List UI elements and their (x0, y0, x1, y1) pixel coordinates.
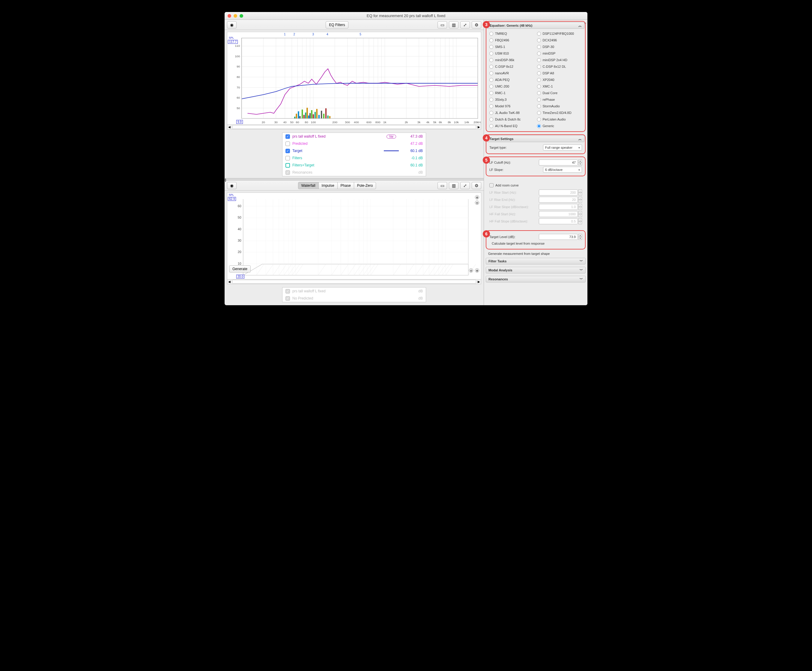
equaliser-radio-c-dsp-8x12[interactable]: C-DSP 8x12 (489, 63, 535, 70)
equaliser-radio-stormaudio[interactable]: StormAudio (537, 103, 582, 109)
equaliser-radio-dsp1124p-fbq1000[interactable]: DSP1124P/FBQ1000 (537, 31, 582, 37)
equaliser-header[interactable]: Equaliser: Generic (48 kHz) ︽ (487, 22, 584, 29)
equaliser-radio-3sixty-3[interactable]: 3Sixty.3 (489, 97, 535, 102)
room-curve-stepper[interactable]: ▲▼ (579, 204, 582, 210)
equaliser-radio-group: TMREQDSP1124P/FBQ1000FBQ2496DCX2496SMS-1… (489, 31, 582, 129)
zoom-out-y[interactable]: ⊖ (475, 201, 479, 205)
modal-analysis-header[interactable]: Modal Analysis︾ (486, 267, 586, 273)
room-curve-stepper[interactable]: ▲▼ (579, 189, 582, 196)
view-mode-pole-zero[interactable]: Pole-Zero (354, 182, 376, 189)
equaliser-radio-xp2040[interactable]: XP2040 (537, 77, 582, 83)
room-curve-input[interactable]: 20 (539, 197, 578, 203)
scroll-right-icon[interactable]: ▶ (477, 279, 481, 284)
settings-button-2[interactable]: ⚙ (472, 182, 481, 189)
y-value-box-2[interactable]: 62.9 (228, 197, 236, 201)
generate-measurement-link[interactable]: Generate measurement from target shape (486, 250, 586, 257)
view-screen-button[interactable]: ▭ (437, 21, 447, 29)
room-curve-input[interactable]: 1.0 (539, 204, 578, 210)
lower-waterfall-chart[interactable]: SPL 62.9 20.0 ⊕ ⊖ ⊖ ⊕ Generate 102030405… (227, 192, 481, 279)
add-room-curve-checkbox[interactable] (489, 183, 494, 187)
equaliser-radio-c-dsp-8x12-dl[interactable]: C-DSP 8x12 DL (537, 63, 582, 70)
equaliser-radio-minidsp-2x4-hd[interactable]: miniDSP 2x4 HD (537, 57, 582, 63)
legend-checkbox[interactable]: ✓ (286, 296, 290, 301)
equaliser-radio-dsp-a8[interactable]: DSP A8 (537, 70, 582, 76)
settings-button[interactable]: ⚙ (472, 21, 481, 29)
pane-splitter[interactable] (225, 178, 483, 181)
y-value-box[interactable]: 117.7 (228, 40, 238, 44)
spl-label-2: SPL (228, 193, 235, 196)
target-settings-header[interactable]: Target Settings ︽ (487, 136, 584, 142)
equaliser-radio-rmc-1[interactable]: RMC-1 (489, 90, 535, 96)
scroll-right-icon[interactable]: ▶ (477, 125, 481, 129)
view-columns-button[interactable]: ▥ (449, 21, 458, 29)
svg-text:100: 100 (235, 54, 240, 58)
eq-filters-button[interactable]: EQ Filters (326, 21, 348, 29)
camera-button-2[interactable]: ◉ (227, 182, 237, 189)
equaliser-radio-generic[interactable]: Generic (537, 123, 582, 129)
legend-checkbox[interactable]: ✓ (286, 149, 290, 153)
legend-checkbox[interactable] (286, 156, 290, 160)
room-curve-input[interactable]: 0.5 (539, 218, 578, 224)
resonances-header[interactable]: Resonances︾ (486, 276, 586, 283)
view-mode-impulse[interactable]: Impulse (318, 182, 338, 189)
zoom-in-x[interactable]: ⊕ (475, 268, 479, 272)
generate-button[interactable]: Generate (229, 265, 251, 272)
view-mode-waterfall[interactable]: Waterfall (298, 182, 319, 189)
x-value-box[interactable]: 9.9 (236, 120, 243, 124)
equaliser-radio-au-n-band-eq[interactable]: AU N-Band EQ (489, 123, 535, 129)
equaliser-radio-minidsp[interactable]: miniDSP (537, 50, 582, 56)
filter-tasks-header[interactable]: Filter Tasks︾ (486, 258, 586, 264)
equaliser-radio-tmreq[interactable]: TMREQ (489, 31, 535, 37)
calculate-target-level-link[interactable]: Calculate target level from response (489, 240, 582, 247)
legend-checkbox[interactable]: ✓ (286, 170, 290, 175)
equaliser-radio-dcx2496[interactable]: DCX2496 (537, 37, 582, 43)
equaliser-radio-dutch-dutch-8c[interactable]: Dutch & Dutch 8c (489, 116, 535, 122)
equaliser-radio-model-976[interactable]: Model 976 (489, 103, 535, 109)
equaliser-radio-rephase[interactable]: rePhase (537, 97, 582, 102)
equaliser-radio-jl-audio-twk-88[interactable]: JL Audio TwK-88 (489, 110, 535, 116)
equaliser-radio-minidsp-96k[interactable]: miniDSP-96k (489, 57, 535, 63)
radio-icon (537, 78, 541, 82)
view-screen-button-2[interactable]: ▭ (437, 182, 447, 189)
legend-checkbox[interactable]: ✓ (286, 135, 290, 139)
upper-frequency-chart[interactable]: 1 2 3 4 5 SPL 117.7 9.9 5060708090100110… (227, 32, 481, 125)
equaliser-radio-usm-810[interactable]: USM 810 (489, 50, 535, 56)
equaliser-radio-dual-core[interactable]: Dual Core (537, 90, 582, 96)
lower-chart-scrollbar[interactable]: ◀ ▶ (227, 279, 481, 284)
zoom-out-x[interactable]: ⊖ (469, 268, 473, 272)
room-curve-input[interactable]: 1000 (539, 211, 578, 217)
equaliser-radio-sms-1[interactable]: SMS-1 (489, 44, 535, 50)
lf-cutoff-stepper[interactable]: ▲▼ (579, 160, 582, 165)
camera-button[interactable]: ◉ (227, 21, 237, 29)
legend-checkbox[interactable] (286, 141, 290, 146)
upper-chart-scrollbar[interactable]: ◀ ▶ (227, 125, 481, 129)
equaliser-radio-ada-peq[interactable]: ADA PEQ (489, 77, 535, 83)
legend-checkbox[interactable] (286, 163, 290, 168)
scroll-left-icon[interactable]: ◀ (227, 125, 232, 129)
room-curve-stepper[interactable]: ▲▼ (579, 218, 582, 224)
target-level-input[interactable]: 73.9 (539, 234, 578, 240)
lf-slope-select[interactable]: 6 dB/octave (543, 167, 582, 173)
scroll-left-icon[interactable]: ◀ (227, 279, 232, 284)
room-curve-input[interactable]: 200 (539, 189, 578, 196)
target-type-select[interactable]: Full range speaker (543, 145, 582, 150)
equaliser-radio-nanoavr[interactable]: nanoAVR (489, 70, 535, 76)
target-level-stepper[interactable]: ▲▼ (579, 234, 582, 240)
equaliser-radio-umc-200[interactable]: UMC-200 (489, 83, 535, 89)
x-value-box-2[interactable]: 20.0 (236, 275, 244, 279)
view-columns-button-2[interactable]: ▥ (449, 182, 458, 189)
view-expand-button-2[interactable]: ⤢ (460, 182, 470, 189)
radio-icon (537, 51, 541, 56)
equaliser-radio-dsp-30[interactable]: DSP-30 (537, 44, 582, 50)
view-expand-button[interactable]: ⤢ (460, 21, 470, 29)
legend-checkbox[interactable]: ✓ (286, 289, 290, 293)
equaliser-radio-fbq2496[interactable]: FBQ2496 (489, 37, 535, 43)
view-mode-phase[interactable]: Phase (337, 182, 354, 189)
equaliser-radio-perlisten-audio[interactable]: PerListen Audio (537, 116, 582, 122)
room-curve-stepper[interactable]: ▲▼ (579, 211, 582, 217)
equaliser-radio-xmc-1[interactable]: XMC-1 (537, 83, 582, 89)
equaliser-radio-timezero2-6d-4-8d[interactable]: TimeZero2.6D/4.8D (537, 110, 582, 116)
room-curve-stepper[interactable]: ▲▼ (579, 197, 582, 203)
lf-cutoff-input[interactable]: 47 (539, 160, 578, 165)
zoom-in-y[interactable]: ⊕ (475, 195, 479, 199)
